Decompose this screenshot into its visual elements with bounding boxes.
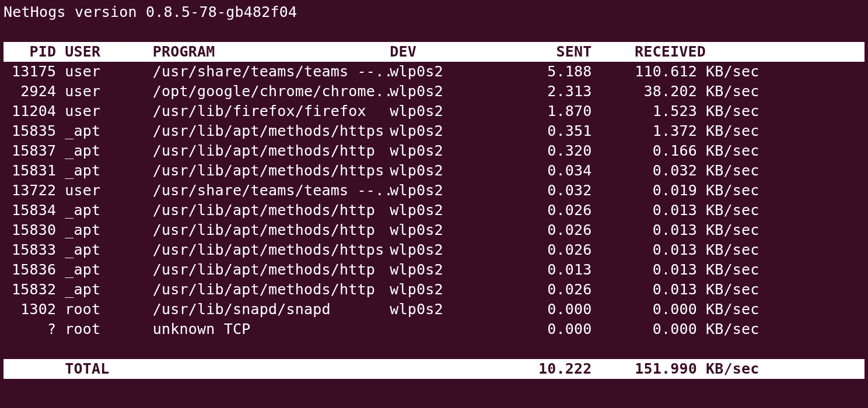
header-pid: PID xyxy=(4,42,65,62)
cell-pid: 15830 xyxy=(4,220,65,240)
total-unit: KB/sec xyxy=(706,359,767,379)
table-row: 2924user/opt/google/chrome/chrome..wlp0s… xyxy=(4,82,864,101)
table-row: 15834_apt/usr/lib/apt/methods/httpwlp0s2… xyxy=(4,201,864,220)
cell-unit: KB/sec xyxy=(706,62,767,82)
cell-program: /usr/lib/apt/methods/https xyxy=(153,240,390,260)
cell-dev: wlp0s2 xyxy=(390,141,495,161)
cell-sent: 5.188 xyxy=(495,62,592,82)
cell-recv: 0.166 xyxy=(592,141,706,161)
cell-pid: 15835 xyxy=(4,121,65,141)
cell-dev xyxy=(390,319,495,339)
cell-program: /usr/share/teams/teams --.. xyxy=(153,62,390,82)
header-unit-spacer xyxy=(706,42,767,62)
cell-program: /usr/share/teams/teams --.. xyxy=(153,181,390,201)
table-row: 13175user/usr/share/teams/teams --..wlp0… xyxy=(4,62,864,82)
cell-user: _apt xyxy=(65,220,153,240)
cell-dev: wlp0s2 xyxy=(390,121,495,141)
cell-pid: 11204 xyxy=(4,101,65,121)
cell-pid: 15833 xyxy=(4,240,65,260)
cell-program: /usr/lib/apt/methods/http xyxy=(153,141,390,161)
header-program: PROGRAM xyxy=(153,42,390,62)
cell-pid: 15831 xyxy=(4,161,65,181)
cell-dev: wlp0s2 xyxy=(390,240,495,260)
cell-program: /usr/lib/apt/methods/https xyxy=(153,121,390,141)
table-row: 15837_apt/usr/lib/apt/methods/httpwlp0s2… xyxy=(4,141,864,161)
cell-user: user xyxy=(65,82,153,101)
cell-program: /usr/lib/apt/methods/http xyxy=(153,260,390,280)
cell-recv: 0.013 xyxy=(592,260,706,280)
cell-user: user xyxy=(65,101,153,121)
cell-user: _apt xyxy=(65,201,153,220)
total-recv: 151.990 xyxy=(592,359,706,379)
cell-sent: 1.870 xyxy=(495,101,592,121)
cell-sent: 0.320 xyxy=(495,141,592,161)
cell-recv: 0.000 xyxy=(592,300,706,319)
cell-dev: wlp0s2 xyxy=(390,161,495,181)
cell-sent: 0.351 xyxy=(495,121,592,141)
cell-sent: 0.026 xyxy=(495,220,592,240)
cell-unit: KB/sec xyxy=(706,141,767,161)
cell-sent: 0.026 xyxy=(495,201,592,220)
cell-user: _apt xyxy=(65,121,153,141)
cell-user: _apt xyxy=(65,280,153,300)
cell-sent: 0.032 xyxy=(495,181,592,201)
cell-unit: KB/sec xyxy=(706,201,767,220)
cell-dev: wlp0s2 xyxy=(390,101,495,121)
cell-pid: 15836 xyxy=(4,260,65,280)
cell-recv: 0.013 xyxy=(592,220,706,240)
cell-recv: 0.000 xyxy=(592,319,706,339)
table-body: 13175user/usr/share/teams/teams --..wlp0… xyxy=(4,62,864,339)
total-dev-spacer xyxy=(390,359,495,379)
cell-recv: 110.612 xyxy=(592,62,706,82)
cell-program: /usr/lib/snapd/snapd xyxy=(153,300,390,319)
cell-program: unknown TCP xyxy=(153,319,390,339)
total-pid-spacer xyxy=(4,359,65,379)
cell-dev: wlp0s2 xyxy=(390,82,495,101)
table-row: ?rootunknown TCP0.0000.000KB/sec xyxy=(4,319,864,339)
table-row: 13722user/usr/share/teams/teams --..wlp0… xyxy=(4,181,864,201)
cell-program: /usr/lib/apt/methods/http xyxy=(153,280,390,300)
cell-sent: 0.013 xyxy=(495,260,592,280)
cell-recv: 0.013 xyxy=(592,201,706,220)
table-total-row: TOTAL 10.222 151.990 KB/sec xyxy=(4,359,864,379)
table-row: 15835_apt/usr/lib/apt/methods/httpswlp0s… xyxy=(4,121,864,141)
cell-dev: wlp0s2 xyxy=(390,201,495,220)
table-row: 15833_apt/usr/lib/apt/methods/httpswlp0s… xyxy=(4,240,864,260)
cell-dev: wlp0s2 xyxy=(390,220,495,240)
header-received: RECEIVED xyxy=(592,42,706,62)
cell-unit: KB/sec xyxy=(706,300,767,319)
cell-unit: KB/sec xyxy=(706,280,767,300)
cell-program: /usr/lib/apt/methods/https xyxy=(153,161,390,181)
cell-pid: 15837 xyxy=(4,141,65,161)
table-row: 15832_apt/usr/lib/apt/methods/httpwlp0s2… xyxy=(4,280,864,300)
cell-user: _apt xyxy=(65,161,153,181)
cell-recv: 0.032 xyxy=(592,161,706,181)
header-dev: DEV xyxy=(390,42,495,62)
cell-recv: 0.013 xyxy=(592,240,706,260)
table-row: 11204user/usr/lib/firefox/firefoxwlp0s21… xyxy=(4,101,864,121)
table-row: 15830_apt/usr/lib/apt/methods/httpwlp0s2… xyxy=(4,220,864,240)
cell-pid: 1302 xyxy=(4,300,65,319)
cell-user: root xyxy=(65,319,153,339)
total-label: TOTAL xyxy=(65,359,153,379)
cell-unit: KB/sec xyxy=(706,82,767,101)
cell-dev: wlp0s2 xyxy=(390,280,495,300)
cell-user: _apt xyxy=(65,141,153,161)
cell-dev: wlp0s2 xyxy=(390,300,495,319)
app-title: NetHogs version 0.8.5-78-gb482f04 xyxy=(4,2,864,22)
cell-recv: 0.019 xyxy=(592,181,706,201)
total-prog-spacer xyxy=(153,359,390,379)
cell-unit: KB/sec xyxy=(706,121,767,141)
cell-pid: 13722 xyxy=(4,181,65,201)
cell-program: /usr/lib/firefox/firefox xyxy=(153,101,390,121)
cell-recv: 1.372 xyxy=(592,121,706,141)
cell-unit: KB/sec xyxy=(706,181,767,201)
cell-sent: 0.034 xyxy=(495,161,592,181)
cell-dev: wlp0s2 xyxy=(390,181,495,201)
cell-program: /usr/lib/apt/methods/http xyxy=(153,220,390,240)
cell-unit: KB/sec xyxy=(706,240,767,260)
blank-line xyxy=(4,22,864,42)
table-row: 15836_apt/usr/lib/apt/methods/httpwlp0s2… xyxy=(4,260,864,280)
cell-program: /opt/google/chrome/chrome.. xyxy=(153,82,390,101)
table-row: 1302root/usr/lib/snapd/snapdwlp0s20.0000… xyxy=(4,300,864,319)
